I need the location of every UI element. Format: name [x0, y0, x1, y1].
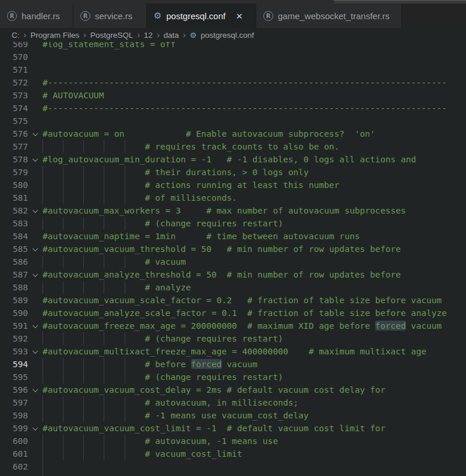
code-line[interactable]: 575 — [0, 115, 466, 127]
editor[interactable]: 569#log_statement_stats = off570571572#-… — [0, 42, 466, 476]
code-line[interactable]: 594 # before forced vacuum — [0, 358, 466, 371]
code-text: #autovacuum_vacuum_cost_delay = 2ms # de… — [43, 383, 466, 396]
fold-spacer — [28, 358, 43, 371]
fold-chevron-icon[interactable] — [28, 243, 43, 255]
rust-file-icon: R — [7, 11, 17, 21]
code-text: #---------------------------------------… — [43, 76, 466, 89]
rust-file-icon: R — [80, 11, 90, 21]
fold-chevron-icon[interactable] — [28, 345, 43, 358]
fold-spacer — [28, 396, 43, 409]
code-line[interactable]: 593#autovacuum_multixact_freeze_max_age … — [0, 345, 466, 358]
fold-chevron-icon[interactable] — [28, 422, 43, 435]
code-text: # their durations, > 0 logs only — [43, 166, 466, 179]
code-text: #autovacuum_analyze_scale_factor = 0.1 #… — [43, 307, 466, 319]
code-line[interactable]: 579 # their durations, > 0 logs only — [0, 166, 466, 179]
fold-chevron-icon[interactable] — [28, 127, 43, 140]
fold-chevron-icon[interactable] — [28, 319, 43, 332]
code-line[interactable]: 571 — [0, 63, 466, 76]
line-number: 587 — [0, 268, 28, 281]
tab-postgresql-conf[interactable]: ⚙ postgresql.conf × — [147, 3, 256, 28]
code-line[interactable]: 598 # -1 means use vacuum_cost_delay — [0, 409, 466, 422]
chevron-right-icon: › — [183, 30, 186, 40]
line-number: 588 — [0, 281, 28, 294]
code-line[interactable]: 590#autovacuum_analyze_scale_factor = 0.… — [0, 307, 466, 319]
code-line[interactable]: 577 # requires track_counts to also be o… — [0, 140, 466, 153]
code-line[interactable]: 587#autovacuum_analyze_threshold = 50 # … — [0, 268, 466, 281]
code-line[interactable]: 572#------------------------------------… — [0, 76, 466, 89]
line-number: 570 — [0, 51, 28, 63]
close-tab-icon[interactable]: × — [236, 10, 242, 22]
code-text — [43, 63, 466, 76]
code-text: #log_statement_stats = off — [43, 42, 466, 51]
code-text — [43, 460, 466, 473]
fold-spacer — [28, 166, 43, 179]
line-number: 595 — [0, 371, 28, 383]
line-number: 569 — [0, 42, 28, 51]
fold-spacer — [28, 179, 43, 191]
breadcrumb-item-drive[interactable]: C: — [12, 31, 20, 40]
line-number: 596 — [0, 383, 28, 396]
code-text: # -1 means use vacuum_cost_delay — [43, 409, 466, 422]
fold-chevron-icon[interactable] — [28, 204, 43, 217]
line-number: 579 — [0, 166, 28, 179]
fold-spacer — [28, 255, 43, 268]
breadcrumb-item-file[interactable]: postgresql.conf — [200, 31, 254, 40]
chevron-right-icon: › — [24, 30, 27, 40]
code-text: #autovacuum = on # Enable autovacuum sub… — [43, 127, 466, 140]
line-number: 577 — [0, 140, 28, 153]
fold-spacer — [28, 435, 43, 447]
line-number: 581 — [0, 191, 28, 204]
fold-spacer — [28, 51, 43, 63]
tab-game-websocket-transfer-rs[interactable]: R game_websocket_transfer.rs — [256, 3, 402, 28]
code-line[interactable]: 588 # analyze — [0, 281, 466, 294]
code-line[interactable]: 585#autovacuum_vacuum_threshold = 50 # m… — [0, 243, 466, 255]
fold-chevron-icon[interactable] — [28, 383, 43, 396]
line-number: 585 — [0, 243, 28, 255]
code-line[interactable]: 600 # autovacuum, -1 means use — [0, 435, 466, 447]
code-line[interactable]: 597 # autovacuum, in milliseconds; — [0, 396, 466, 409]
code-line[interactable]: 574#------------------------------------… — [0, 102, 466, 115]
fold-chevron-icon[interactable] — [28, 268, 43, 281]
code-line[interactable]: 603 — [0, 473, 466, 476]
tab-service-rs[interactable]: R service.rs — [73, 3, 147, 28]
fold-spacer — [28, 332, 43, 345]
code-line[interactable]: 602 — [0, 460, 466, 473]
breadcrumb-item-data[interactable]: data — [164, 31, 179, 40]
line-number: 594 — [0, 358, 28, 371]
code-line[interactable]: 569#log_statement_stats = off — [0, 42, 466, 51]
fold-spacer — [28, 140, 43, 153]
line-number: 572 — [0, 76, 28, 89]
tab-handler-rs[interactable]: R handler.rs — [0, 3, 73, 28]
fold-spacer — [28, 63, 43, 76]
code-text: # (change requires restart) — [43, 217, 466, 230]
code-line[interactable]: 586 # vacuum — [0, 255, 466, 268]
code-line[interactable]: 592 # (change requires restart) — [0, 332, 466, 345]
code-line[interactable]: 595 # (change requires restart) — [0, 371, 466, 383]
code-text: #autovacuum_naptime = 1min # time betwee… — [43, 230, 466, 243]
line-number: 584 — [0, 230, 28, 243]
code-line[interactable]: 582#autovacuum_max_workers = 3 # max num… — [0, 204, 466, 217]
code-line[interactable]: 570 — [0, 51, 466, 63]
code-line[interactable]: 589#autovacuum_vacuum_scale_factor = 0.2… — [0, 294, 466, 307]
code-line[interactable]: 580 # actions running at least this numb… — [0, 179, 466, 191]
chevron-right-icon: › — [83, 30, 86, 40]
code-line[interactable]: 578#log_autovacuum_min_duration = -1 # -… — [0, 153, 466, 166]
word-highlight: forced — [375, 321, 406, 331]
code-line[interactable]: 581 # of milliseconds. — [0, 191, 466, 204]
fold-spacer — [28, 371, 43, 383]
code-line[interactable]: 591#autovacuum_freeze_max_age = 20000000… — [0, 319, 466, 332]
code-text: # before forced vacuum — [43, 358, 466, 371]
code-line[interactable]: 576#autovacuum = on # Enable autovacuum … — [0, 127, 466, 140]
code-line[interactable]: 599#autovacuum_vacuum_cost_limit = -1 # … — [0, 422, 466, 435]
code-line[interactable]: 573# AUTOVACUUM — [0, 89, 466, 102]
tab-label: game_websocket_transfer.rs — [278, 11, 390, 21]
code-line[interactable]: 601 # vacuum_cost_limit — [0, 447, 466, 460]
code-line[interactable]: 583 # (change requires restart) — [0, 217, 466, 230]
code-line[interactable]: 584#autovacuum_naptime = 1min # time bet… — [0, 230, 466, 243]
breadcrumb-item-program-files[interactable]: Program Files — [30, 31, 79, 40]
breadcrumb-item-12[interactable]: 12 — [144, 31, 153, 40]
fold-spacer — [28, 460, 43, 473]
breadcrumb-item-postgresql[interactable]: PostgreSQL — [90, 31, 133, 40]
fold-chevron-icon[interactable] — [28, 153, 43, 166]
code-line[interactable]: 596#autovacuum_vacuum_cost_delay = 2ms #… — [0, 383, 466, 396]
